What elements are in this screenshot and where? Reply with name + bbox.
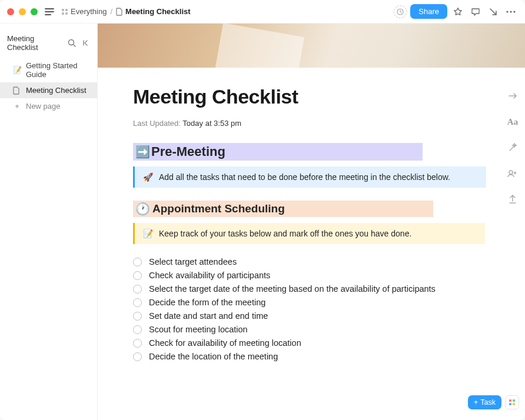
sidebar: Meeting Checklist 📝 Getting Started Guid…	[0, 24, 98, 420]
checklist-item[interactable]: Check for availability of meeting locati…	[133, 338, 490, 348]
collaborators-icon[interactable]	[505, 166, 520, 181]
grid-icon	[61, 8, 68, 15]
breadcrumb-separator: /	[110, 7, 112, 16]
meta-label: Last Updated:	[133, 119, 181, 128]
menu-icon[interactable]	[42, 5, 57, 19]
checkbox-icon[interactable]	[133, 298, 142, 307]
task-button-label: Task	[480, 398, 496, 406]
collapse-sidebar-icon[interactable]	[81, 38, 91, 48]
breadcrumb: Everything / Meeting Checklist	[61, 7, 191, 16]
expand-icon[interactable]	[505, 88, 520, 104]
arrow-right-emoji-icon: ➡️	[135, 145, 150, 159]
page-meta: Last Updated: Today at 3:53 pm	[133, 119, 490, 128]
sidebar-item-new-page[interactable]: + New page	[0, 98, 97, 114]
font-style-icon[interactable]: Aa	[505, 114, 520, 129]
callout-appointment[interactable]: 📝 Keep track of your tasks below and mar…	[133, 223, 485, 244]
right-rail: Aa	[505, 88, 520, 207]
svg-point-9	[509, 171, 513, 174]
checklist-item[interactable]: Decide the form of the meeting	[133, 298, 490, 307]
svg-point-7	[513, 11, 515, 12]
checklist-item-label: Decide the form of the meeting	[149, 298, 265, 307]
checklist-item[interactable]: Check availability of participants	[133, 271, 490, 280]
main-content: Meeting Checklist Last Updated: Today at…	[98, 24, 525, 420]
star-icon[interactable]	[451, 5, 465, 19]
breadcrumb-root-label: Everything	[71, 7, 107, 16]
checklist-item[interactable]: Select the target date of the meeting ba…	[133, 284, 490, 294]
share-button[interactable]: Share	[410, 4, 447, 19]
checkbox-icon[interactable]	[133, 285, 142, 294]
comment-icon[interactable]	[468, 5, 483, 19]
sidebar-item-label: New page	[26, 102, 61, 111]
heading-appointment-scheduling[interactable]: 🕐 Appointment Scheduling	[133, 201, 433, 217]
download-icon[interactable]	[486, 5, 500, 19]
ai-wand-icon[interactable]	[505, 140, 520, 155]
titlebar: Everything / Meeting Checklist Share	[0, 0, 525, 24]
search-icon[interactable]	[67, 38, 77, 48]
close-window[interactable]	[7, 8, 14, 15]
sidebar-item-getting-started[interactable]: 📝 Getting Started Guide	[0, 58, 97, 82]
callout-text: Keep track of your tasks below and mark …	[159, 229, 411, 238]
checkbox-icon[interactable]	[133, 271, 142, 280]
checklist: Select target attendees Check availabili…	[133, 257, 490, 361]
page-icon	[13, 86, 21, 95]
svg-rect-3	[65, 12, 68, 15]
maximize-window[interactable]	[31, 8, 38, 15]
svg-point-8	[69, 40, 74, 45]
note-emoji-icon: 📝	[13, 66, 21, 74]
checklist-item[interactable]: Set date and start and end time	[133, 311, 490, 321]
checklist-item-label: Check availability of participants	[149, 271, 270, 280]
minimize-window[interactable]	[19, 8, 26, 15]
checklist-item-label: Set date and start and end time	[149, 311, 268, 321]
breadcrumb-current[interactable]: Meeting Checklist	[116, 7, 191, 16]
sidebar-title: Meeting Checklist	[7, 34, 63, 52]
more-icon[interactable]	[504, 5, 518, 19]
window-controls	[7, 8, 38, 15]
checkbox-icon[interactable]	[133, 312, 142, 321]
page-icon	[116, 8, 123, 16]
checklist-item-label: Select the target date of the meeting ba…	[149, 284, 436, 294]
sidebar-item-label: Meeting Checklist	[26, 86, 87, 95]
checkbox-icon[interactable]	[133, 352, 142, 361]
checkbox-icon[interactable]	[133, 325, 142, 334]
svg-rect-1	[65, 9, 68, 11]
svg-rect-0	[62, 9, 64, 11]
meta-value: Today at 3:53 pm	[182, 119, 241, 128]
svg-point-5	[506, 11, 508, 12]
checklist-item-label: Check for availability of meeting locati…	[149, 338, 301, 348]
checklist-item-label: Decide the location of the meeting	[149, 352, 278, 361]
checklist-item[interactable]: Select target attendees	[133, 257, 490, 266]
heading-label: Appointment Scheduling	[152, 202, 285, 215]
plus-icon: +	[474, 398, 478, 406]
svg-point-6	[510, 11, 511, 12]
svg-rect-2	[62, 12, 64, 15]
export-icon[interactable]	[505, 192, 520, 207]
callout-pre-meeting[interactable]: 🚀 Add all the tasks that need to be done…	[133, 166, 486, 188]
checklist-item[interactable]: Decide the location of the meeting	[133, 352, 490, 361]
new-task-button[interactable]: + Task	[468, 395, 501, 409]
checkbox-icon[interactable]	[133, 258, 142, 266]
sidebar-item-label: Getting Started Guide	[26, 61, 91, 79]
checklist-item-label: Scout for meeting location	[149, 325, 248, 334]
history-icon[interactable]	[394, 5, 407, 18]
checklist-item-label: Select target attendees	[149, 257, 237, 266]
apps-button[interactable]	[505, 395, 519, 409]
page-title[interactable]: Meeting Checklist	[133, 85, 490, 108]
note-emoji-icon: 📝	[143, 229, 153, 238]
breadcrumb-root[interactable]: Everything	[61, 7, 107, 16]
plus-icon: +	[13, 102, 21, 111]
rocket-emoji-icon: 🚀	[143, 172, 153, 182]
sidebar-item-meeting-checklist[interactable]: Meeting Checklist	[0, 82, 97, 98]
breadcrumb-current-label: Meeting Checklist	[125, 7, 191, 16]
heading-label: Pre-Meeting	[151, 144, 225, 159]
apps-grid-icon	[509, 399, 515, 405]
heading-pre-meeting[interactable]: ➡️Pre-Meeting	[133, 143, 423, 161]
cover-image[interactable]	[98, 24, 525, 68]
checkbox-icon[interactable]	[133, 339, 142, 348]
clock-emoji-icon: 🕐	[135, 202, 150, 216]
checklist-item[interactable]: Scout for meeting location	[133, 325, 490, 334]
callout-text: Add all the tasks that need to be done b…	[159, 172, 450, 182]
